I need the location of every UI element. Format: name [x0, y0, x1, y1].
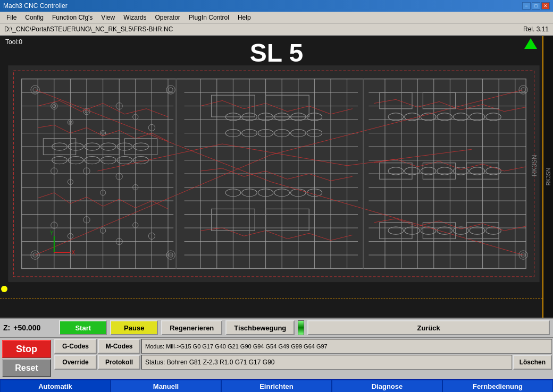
canvas-area: Tool:0 SL 5: [0, 36, 553, 318]
boundary-line: [0, 299, 542, 299]
right-border: RK3SN: [542, 36, 553, 318]
regenerieren-button[interactable]: Regenerieren: [161, 320, 222, 335]
bottom-section: Stop Reset G-Codes M-Codes Modus: Mill->…: [0, 337, 553, 392]
zuruck-button[interactable]: Zurück: [307, 320, 550, 335]
reset-button[interactable]: Reset: [2, 359, 51, 377]
z-label: Z:: [3, 323, 10, 332]
position-indicator: [524, 38, 537, 49]
tab-diagnose[interactable]: Diagnose: [332, 380, 442, 392]
z-bar: Z: +50.000 Start Pause Regenerieren Tisc…: [0, 318, 553, 337]
window-controls: − □ ✕: [522, 2, 550, 10]
modus-display: Modus: Mill->G15 G0 G17 G40 G21 G90 G94 …: [141, 339, 552, 354]
pause-button[interactable]: Pause: [110, 320, 158, 335]
svg-text:X: X: [71, 250, 75, 255]
menu-wizards[interactable]: Wizards: [119, 13, 150, 22]
nav-tabs: Automatik Manuell Einrichten Diagnose Fe…: [0, 379, 553, 392]
menu-plugin-control[interactable]: PlugIn Control: [185, 13, 233, 22]
modus-value: Mill->G15 G0 G17 G40 G21 G90 G94 G54 G49…: [166, 343, 328, 350]
menu-operator[interactable]: Operator: [151, 13, 185, 22]
status-label: Status:: [145, 359, 165, 366]
menu-bar: File Config Function Cfg's View Wizards …: [0, 12, 553, 23]
bottom-bar: Stop Reset G-Codes M-Codes Modus: Mill->…: [0, 337, 553, 379]
menu-file[interactable]: File: [2, 13, 21, 22]
status-display: Status: Bohren G81 Z-2.3 R1.0 G71 G17 G9…: [141, 355, 512, 370]
m-codes-button[interactable]: M-Codes: [98, 339, 140, 354]
tab-einrichten[interactable]: Einrichten: [221, 380, 332, 392]
file-path: D:\_CNC\Portal\STEUERUNG\_NC_RK_SL5\FRS-…: [4, 25, 173, 33]
tab-manuell[interactable]: Manuell: [111, 380, 221, 392]
tab-fernbedienung[interactable]: Fernbedienung: [442, 380, 553, 392]
status-value: Bohren G81 Z-2.3 R1.0 G71 G17 G90: [167, 359, 275, 366]
tischbewegung-button[interactable]: Tischbewegung: [225, 320, 295, 335]
tab-automatik[interactable]: Automatik: [0, 380, 111, 392]
pcb-visualization: RK3SN Y X: [5, 63, 548, 290]
position-dot: [1, 286, 7, 292]
close-button[interactable]: ✕: [541, 2, 550, 10]
protokoll-button[interactable]: Protokoll: [98, 355, 140, 370]
tool-label: Tool:0: [5, 38, 22, 46]
menu-config[interactable]: Config: [21, 13, 48, 22]
menu-function-cfgs[interactable]: Function Cfg's: [48, 13, 97, 22]
info-top-row: G-Codes M-Codes Modus: Mill->G15 G0 G17 …: [54, 339, 552, 354]
start-button[interactable]: Start: [59, 320, 107, 335]
menu-help[interactable]: Help: [233, 13, 255, 22]
g-codes-button[interactable]: G-Codes: [54, 339, 97, 354]
version-label: Rel. 3.11: [523, 25, 549, 33]
z-value: +50.000: [13, 323, 56, 332]
svg-text:Y: Y: [50, 230, 54, 236]
menu-view[interactable]: View: [97, 13, 119, 22]
info-panel: G-Codes M-Codes Modus: Mill->G15 G0 G17 …: [53, 338, 553, 379]
path-bar: D:\_CNC\Portal\STEUERUNG\_NC_RK_SL5\FRS-…: [0, 23, 553, 36]
tischbewegung-indicator: [298, 320, 304, 335]
stop-reset-area: Stop Reset: [0, 338, 53, 379]
modus-label: Modus:: [145, 343, 164, 350]
stop-button[interactable]: Stop: [2, 340, 51, 358]
maximize-button[interactable]: □: [532, 2, 540, 10]
override-button[interactable]: Override: [54, 355, 97, 370]
svg-text:RK3SN: RK3SN: [530, 155, 538, 176]
info-mid-row: Override Protokoll Status: Bohren G81 Z-…: [54, 355, 552, 370]
title-bar: Mach3 CNC Controller − □ ✕: [0, 0, 553, 12]
loschen-button[interactable]: Löschen: [513, 355, 552, 370]
border-text: RK3SN: [546, 168, 551, 185]
minimize-button[interactable]: −: [522, 2, 531, 10]
app-title: Mach3 CNC Controller: [3, 2, 68, 10]
